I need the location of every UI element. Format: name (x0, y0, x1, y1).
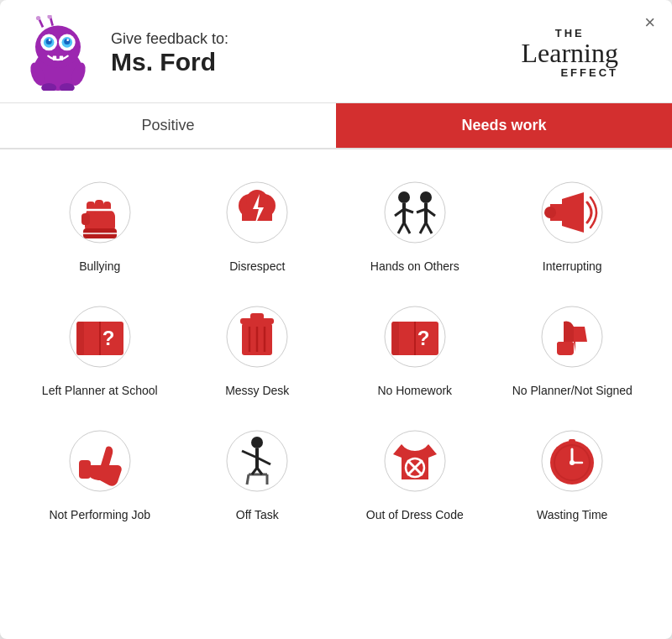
svg-point-51 (544, 207, 556, 218)
tab-bar: Positive Needs work (0, 103, 672, 149)
item-bullying[interactable]: Bullying (25, 166, 175, 282)
monster-avatar (20, 15, 96, 91)
interrupting-icon (534, 175, 610, 250)
item-disrespect[interactable]: Disrespect (183, 166, 333, 282)
svg-point-9 (66, 39, 69, 41)
give-feedback-label: Give feedback to: (111, 30, 522, 48)
logo-learning: Learning (522, 39, 619, 66)
not-performing-icon (62, 423, 138, 499)
svg-rect-67 (392, 322, 399, 355)
disrespect-label: Disrespect (229, 259, 285, 274)
logo-effect: EFFECT (522, 66, 619, 79)
svg-rect-92 (569, 439, 575, 444)
messy-desk-label: Messy Desk (225, 383, 289, 398)
wasting-time-label: Wasting Time (537, 507, 607, 522)
svg-line-10 (39, 19, 44, 28)
svg-rect-22 (87, 202, 95, 215)
svg-text:?: ? (102, 327, 114, 349)
svg-point-8 (49, 39, 51, 41)
disrespect-icon (219, 175, 295, 250)
no-planner-icon (534, 299, 610, 374)
svg-rect-55 (77, 322, 84, 355)
svg-point-42 (420, 191, 432, 203)
svg-rect-73 (79, 460, 91, 479)
svg-rect-14 (53, 56, 56, 60)
svg-text:?: ? (417, 327, 429, 349)
header: Give feedback to: Ms. Ford THE Learning … (0, 0, 672, 103)
svg-line-78 (247, 474, 249, 484)
svg-point-36 (398, 191, 410, 203)
messy-desk-icon (219, 299, 295, 374)
wasting-time-icon (534, 423, 610, 499)
off-task-label: Off Task (236, 507, 279, 522)
svg-point-72 (70, 431, 130, 491)
item-not-performing[interactable]: Not Performing Job (25, 415, 175, 531)
svg-rect-25 (81, 213, 90, 225)
svg-rect-15 (60, 56, 64, 60)
header-text: Give feedback to: Ms. Ford (111, 30, 522, 76)
left-planner-icon: ? (62, 299, 138, 374)
bullying-icon (62, 175, 138, 250)
svg-line-12 (50, 18, 53, 26)
tab-positive[interactable]: Positive (0, 103, 336, 148)
tab-needs-work[interactable]: Needs work (336, 103, 672, 148)
svg-marker-50 (562, 192, 584, 233)
item-messy-desk[interactable]: Messy Desk (183, 291, 333, 406)
svg-point-75 (251, 437, 263, 448)
item-dress-code[interactable]: Out of Dress Code (340, 415, 490, 531)
bullying-label: Bullying (79, 259, 120, 274)
item-wasting-time[interactable]: Wasting Time (498, 415, 648, 531)
teacher-name: Ms. Ford (111, 48, 522, 76)
svg-point-35 (385, 182, 445, 243)
no-homework-icon: ? (377, 299, 453, 374)
svg-rect-23 (95, 200, 103, 215)
svg-rect-71 (557, 342, 574, 354)
logo-area: THE Learning EFFECT (522, 27, 619, 79)
svg-point-11 (36, 16, 40, 20)
interrupting-label: Interrupting (543, 259, 602, 274)
svg-point-95 (570, 460, 575, 465)
left-planner-label: Left Planner at School (42, 383, 158, 398)
item-no-homework[interactable]: ? No Homework (340, 291, 490, 406)
no-homework-label: No Homework (377, 383, 452, 398)
hands-on-others-icon (377, 175, 453, 250)
item-off-task[interactable]: Off Task (183, 415, 333, 531)
hands-on-others-label: Hands on Others (370, 259, 459, 274)
not-performing-label: Not Performing Job (49, 507, 150, 522)
feedback-grid: Bullying Disrespect (0, 149, 672, 557)
no-planner-label: No Planner/Not Signed (512, 383, 633, 398)
dress-code-icon (377, 423, 453, 499)
close-button[interactable]: × (644, 13, 655, 32)
item-left-planner[interactable]: ? Left Planner at School (25, 291, 175, 406)
modal-container: Give feedback to: Ms. Ford THE Learning … (0, 0, 672, 639)
item-interrupting[interactable]: Interrupting (498, 166, 648, 282)
svg-rect-59 (250, 313, 264, 320)
dress-code-label: Out of Dress Code (366, 507, 464, 522)
item-hands-on-others[interactable]: Hands on Others (340, 166, 490, 282)
item-no-planner[interactable]: No Planner/Not Signed (498, 291, 648, 406)
svg-rect-24 (103, 202, 111, 215)
off-task-icon (219, 423, 295, 499)
